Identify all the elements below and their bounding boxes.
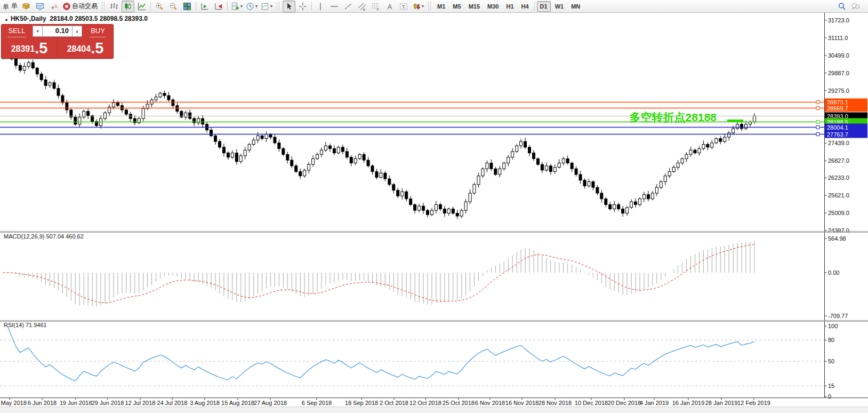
svg-text:F: F	[377, 8, 379, 11]
timeframe-m1-button[interactable]: M1	[434, 1, 448, 12]
svg-text:16 Nov 2018: 16 Nov 2018	[505, 400, 539, 406]
sell-price[interactable]: 28391.5	[2, 38, 57, 57]
toolbar-history-center-button[interactable]	[20, 1, 33, 12]
toolbar-separator	[196, 2, 196, 11]
svg-text:27763.7: 27763.7	[827, 131, 848, 138]
chart-title: ▲HK50-,Daily 28184.0 28503.5 28098.5 283…	[4, 15, 148, 22]
timeframe-d1-button[interactable]: D1	[537, 1, 551, 12]
svg-text:3 Aug 2018: 3 Aug 2018	[190, 400, 220, 406]
toolbar-bar-chart-button[interactable]	[108, 1, 120, 12]
trading-terminal-window: 单单自动交易▾▾▾EFAT▾M1M5M15M30H1H4D1W1MN 28873…	[0, 0, 868, 413]
timeframe-h1-button[interactable]: H1	[503, 1, 517, 12]
svg-text:E: E	[363, 7, 365, 11]
toolbar-candlestick-chart-button[interactable]	[122, 1, 134, 12]
svg-text:20 Dec 2018: 20 Dec 2018	[608, 400, 641, 406]
toolbar-text-label-button[interactable]: T	[397, 1, 410, 12]
toolbar-equidistant-channel-button[interactable]: E	[356, 1, 368, 12]
svg-text:12 Jul 2018: 12 Jul 2018	[125, 400, 156, 406]
zoom-in-icon	[155, 2, 164, 11]
toolbar-auto-trading-button[interactable]: 自动交易	[61, 1, 99, 12]
toolbar-chat-button[interactable]	[849, 1, 862, 12]
svg-text:24 Jul 2018: 24 Jul 2018	[157, 400, 188, 406]
toolbar-templates-button[interactable]: ▾	[260, 1, 274, 12]
toolbar-fibonacci-retracement-button[interactable]: F	[369, 1, 382, 12]
toolbar-signals-button[interactable]	[47, 1, 60, 12]
toolbar-crosshair-button[interactable]	[296, 1, 309, 12]
svg-text:4 Jan 2019: 4 Jan 2019	[640, 400, 669, 406]
toolbar-search-button[interactable]	[835, 1, 848, 12]
one-click-prices: 28391.5 28404.5	[2, 38, 113, 57]
toolbar-separator	[227, 2, 228, 11]
zoom-out-icon	[169, 2, 178, 11]
timeframe-mn-button[interactable]: MN	[568, 1, 583, 12]
svg-text:28 Nov 2018: 28 Nov 2018	[539, 400, 572, 406]
toolbar-market-watch-button[interactable]	[34, 1, 46, 12]
toolbar-tile-windows-button[interactable]	[181, 1, 194, 12]
svg-text:16 Jan 2019: 16 Jan 2019	[672, 400, 705, 406]
toolbar-new-order-button[interactable]: 单单	[1, 1, 19, 12]
svg-text:单: 单	[3, 3, 9, 11]
macd-indicator-label: MACD(12,26,9) 507.04 460.62	[4, 233, 84, 240]
svg-text:31723.0: 31723.0	[828, 17, 849, 23]
toolbar-grip	[277, 2, 279, 11]
toolbar-grip	[428, 2, 431, 11]
date-axis[interactable]: 25 May 20186 Jun 201819 Jun 201829 Jun 2…	[0, 398, 868, 407]
sell-button[interactable]: SELL	[2, 25, 32, 37]
toolbar-grip	[102, 2, 105, 11]
svg-text:6 Jun 2018: 6 Jun 2018	[28, 400, 57, 406]
volume-increase-button[interactable]: ▲	[72, 26, 82, 37]
svg-text:30499.0: 30499.0	[828, 52, 849, 59]
toolbar-trendline-button[interactable]	[342, 1, 355, 12]
autotrade-icon	[62, 2, 71, 11]
svg-text:2 Oct 2018: 2 Oct 2018	[380, 400, 408, 406]
svg-text:0: 0	[828, 393, 831, 400]
svg-text:25 May 2018: 25 May 2018	[0, 400, 27, 406]
timeframe-m15-button[interactable]: M15	[465, 1, 483, 12]
toolbar-zoom-out-button[interactable]	[167, 1, 180, 12]
svg-text:28669.7: 28669.7	[827, 105, 848, 112]
toolbar-vertical-line-button[interactable]	[314, 1, 327, 12]
toolbar-cursor-button[interactable]	[283, 1, 295, 12]
svg-text:25 Oct 2018: 25 Oct 2018	[443, 400, 475, 406]
toolbar-periods-button[interactable]: ▾	[245, 1, 259, 12]
periods-icon	[246, 2, 254, 11]
toolbar-zoom-in-button[interactable]	[153, 1, 166, 12]
toolbar-chart-shift-button[interactable]	[198, 1, 211, 12]
toolbar-line-chart-button[interactable]	[135, 1, 148, 12]
main-toolbar: 单单自动交易▾▾▾EFAT▾M1M5M15M30H1H4D1W1MN	[0, 0, 868, 13]
svg-text:18 Sep 2018: 18 Sep 2018	[345, 400, 378, 406]
chart-expand-icon[interactable]: ▲	[4, 17, 9, 22]
fibonacci-icon: F	[372, 2, 380, 11]
volume-decrease-button[interactable]: ▼	[33, 26, 43, 37]
one-click-top-row: SELL ▼ 0.10 ▲ BUY	[2, 25, 113, 38]
timeframe-m30-button[interactable]: M30	[484, 1, 502, 12]
toolbar-right-icons	[835, 1, 863, 12]
toolbar-auto-scroll-button[interactable]	[212, 1, 225, 12]
chart-symbol-period: HK50-,Daily	[11, 15, 46, 22]
chat-icon	[851, 2, 860, 11]
tile-windows-icon	[183, 2, 191, 11]
toolbar-text-button[interactable]: A	[383, 1, 396, 12]
buy-price[interactable]: 28404.5	[58, 38, 113, 57]
toolbar-separator	[311, 2, 312, 11]
svg-text:-709.77: -709.77	[828, 313, 848, 319]
buy-button[interactable]: BUY	[83, 25, 113, 37]
chart-canvas[interactable]: 28873.128669.728393.028188.528004.127763…	[0, 0, 868, 413]
svg-text:24397.0: 24397.0	[828, 227, 849, 234]
toolbar-separator	[534, 2, 535, 11]
toolbar-indicators-list-button[interactable]: ▾	[230, 1, 244, 12]
svg-text:26827.0: 26827.0	[828, 157, 849, 164]
rsi-indicator-label: RSI(14) 71.9461	[4, 322, 47, 328]
toolbar-arrows-button[interactable]: ▾	[411, 1, 425, 12]
toolbar-horizontal-line-button[interactable]	[328, 1, 341, 12]
trendline-icon	[344, 2, 352, 11]
svg-text:25009.0: 25009.0	[828, 210, 849, 216]
svg-text:31111.0: 31111.0	[828, 35, 848, 41]
volume-input[interactable]: 0.10	[43, 26, 72, 37]
timeframe-m5-button[interactable]: M5	[449, 1, 464, 12]
timeframe-w1-button[interactable]: W1	[552, 1, 567, 12]
chart-ohlc-values: 28184.0 28503.5 28098.5 28393.0	[50, 15, 148, 22]
templates-icon	[261, 2, 269, 11]
timeframe-h4-button[interactable]: H4	[518, 1, 532, 12]
svg-text:A: A	[388, 3, 392, 10]
